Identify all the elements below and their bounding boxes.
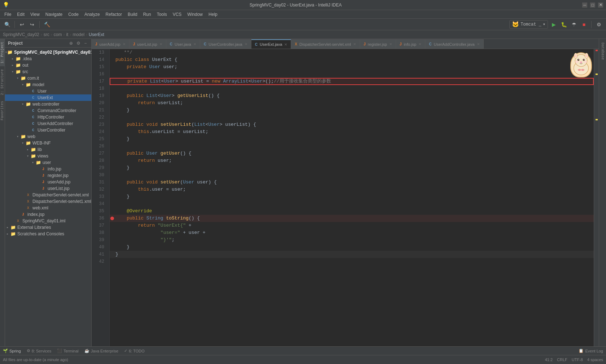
minimize-button[interactable]: ─	[582, 3, 587, 8]
code-line-22[interactable]	[110, 114, 594, 121]
code-line-15[interactable]: private User user;	[110, 63, 594, 71]
event-log-tab[interactable]: 📋 Event Log	[579, 349, 603, 353]
tab-close-button[interactable]: ✕	[284, 43, 287, 46]
tree-item-src[interactable]: ▾📁src	[5, 68, 91, 75]
menu-run[interactable]: Run	[140, 11, 154, 18]
code-line-33[interactable]: }	[110, 193, 594, 200]
code-line-31[interactable]: public void setUser(User user) {	[110, 179, 594, 186]
tree-item-views[interactable]: ▾📁views	[5, 153, 91, 159]
tree-item-user[interactable]: ▾📁user	[5, 159, 91, 166]
services-tab[interactable]: ⚙ 8: Services	[27, 349, 51, 353]
tree-item-external-libraries[interactable]: ▸📁External Libraries	[5, 224, 91, 231]
tree-item-commandcontroller[interactable]: CCommandController	[5, 107, 91, 114]
undo-button[interactable]: ↩	[18, 20, 26, 29]
tree-item-web[interactable]: ▾📁web	[5, 133, 91, 140]
menu-build[interactable]: Build	[125, 11, 140, 18]
tab-close-button[interactable]: ✕	[193, 42, 196, 46]
code-line-36[interactable]: public String toString() {	[110, 215, 594, 222]
sidebar-hide-button[interactable]: −	[83, 40, 88, 46]
menu-view[interactable]: View	[27, 11, 43, 18]
tree-item-user[interactable]: CUser	[5, 88, 91, 94]
spring-tab[interactable]: 🌱 Spring	[3, 349, 21, 353]
menu-tools[interactable]: Tools	[154, 11, 170, 18]
code-line-25[interactable]: }	[110, 136, 594, 143]
code-line-24[interactable]: this.userList = userList;	[110, 128, 594, 136]
tree-item-com-it[interactable]: ▾📁com.it	[5, 75, 91, 81]
project-panel-tab[interactable]: 1: Project	[0, 39, 5, 66]
tree-item-usercontroller[interactable]: CUserController	[5, 127, 91, 133]
tree-item-model[interactable]: ▾📁model	[5, 81, 91, 88]
code-line-39[interactable]: "}'";	[110, 236, 594, 244]
code-line-35[interactable]: @Override	[110, 208, 594, 215]
code-line-29[interactable]: }	[110, 164, 594, 172]
tree-item-useradd-jsp[interactable]: JuserAdd.jsp	[5, 179, 91, 185]
tree-item-info-jsp[interactable]: Jinfo.jsp	[5, 166, 91, 172]
enterprise-tab[interactable]: ☕ Java Enterprise	[84, 349, 118, 353]
code-line-14[interactable]: public class UserExt {	[110, 56, 594, 63]
build-button[interactable]: 🔨	[43, 20, 51, 29]
debug-button[interactable]: 🐛	[559, 20, 568, 29]
close-button[interactable]: ✕	[598, 3, 603, 8]
todo-tab[interactable]: ✓ 6: TODO	[124, 349, 145, 353]
maximize-button[interactable]: □	[590, 3, 595, 8]
code-line-26[interactable]	[110, 143, 594, 150]
menu-window[interactable]: Window	[184, 11, 206, 18]
code-line-27[interactable]: public User getUser() {	[110, 150, 594, 157]
tab-close-button[interactable]: ✕	[353, 42, 356, 46]
tab-close-button[interactable]: ✕	[245, 42, 247, 46]
breadcrumb-model[interactable]: model	[73, 32, 84, 37]
tree-item-scratches-and-consoles[interactable]: ▸📁Scratches and Consoles	[5, 231, 91, 237]
code-line-38[interactable]: "user=" + user +	[110, 229, 594, 236]
editor-tab-userext-java[interactable]: CUserExt.java✕	[251, 39, 291, 49]
code-line-34[interactable]	[110, 200, 594, 208]
tab-close-button[interactable]: ✕	[159, 42, 162, 46]
menu-navigate[interactable]: Navigate	[43, 11, 65, 18]
code-line-19[interactable]: public List<User> getUserList() {	[110, 92, 594, 99]
tree-item-dispatcherservlet-servlet1-xml[interactable]: XDispatcherServlet-servlet1.xml	[5, 198, 91, 205]
tree-item-dispatcherservlet-servlet-xml[interactable]: XDispatcherServlet-servlet.xml	[5, 192, 91, 198]
structure-panel-tab[interactable]: 2: Structure	[0, 66, 5, 98]
favorites-panel-tab[interactable]: Favorites	[0, 98, 5, 123]
editor-tab-useraddcontroller-java[interactable]: CUserAddController.java✕	[425, 39, 483, 49]
tree-item-useraddcontroller[interactable]: CUserAddController	[5, 120, 91, 127]
menu-analyze[interactable]: Analyze	[82, 11, 103, 18]
tab-close-button[interactable]: ✕	[418, 42, 421, 46]
editor-tab-register-jsp[interactable]: Jregister.jsp✕	[360, 39, 396, 49]
editor-tab-useradd-jsp[interactable]: JuserAdd.jsp✕	[92, 39, 129, 49]
code-line-32[interactable]: this.user = user;	[110, 186, 594, 193]
terminal-tab[interactable]: ⬛ Terminal	[57, 349, 79, 353]
tab-close-button[interactable]: ✕	[389, 42, 392, 46]
tree-item-userlist-jsp[interactable]: JuserList.jsp	[5, 185, 91, 192]
sidebar-sync-button[interactable]: ⊕	[68, 40, 74, 46]
tree-item-index-jsp[interactable]: Jindex.jsp	[5, 211, 91, 218]
code-line-28[interactable]: return user;	[110, 157, 594, 164]
code-line-17[interactable]: private List<User> userList = new ArrayL…	[110, 78, 594, 85]
code-line-20[interactable]: return userList;	[110, 99, 594, 107]
coverage-button[interactable]: ☂	[570, 20, 578, 29]
code-line-42[interactable]	[110, 258, 594, 265]
code-line-21[interactable]: }	[110, 107, 594, 114]
sidebar-gear-button[interactable]: ⚙	[75, 40, 81, 46]
menu-vcs[interactable]: VCS	[170, 11, 185, 18]
code-line-30[interactable]	[110, 172, 594, 179]
code-line-16[interactable]	[110, 71, 594, 78]
code-line-13[interactable]: **/	[110, 49, 594, 56]
settings-button[interactable]: ⚙	[594, 20, 603, 29]
breadcrumb-it[interactable]: it	[66, 32, 68, 37]
code-line-18[interactable]	[110, 85, 594, 92]
breadcrumb-com[interactable]: com	[54, 32, 62, 37]
editor-tab-info-jsp[interactable]: Jinfo.jsp✕	[396, 39, 425, 49]
code-line-37[interactable]: return "UserExt{" +	[110, 222, 594, 229]
run-config-dropdown[interactable]: 🐱 Tomcat _ ▾	[509, 20, 548, 29]
run-button[interactable]: ▶	[549, 20, 558, 29]
tree-item-springmvc-day02--springmvc-day01-[interactable]: ▾📁SpringMVC_day02 [SpringMVC_day01]	[5, 49, 91, 56]
tree-item-web-controller[interactable]: ▾📁web.controller	[5, 101, 91, 107]
breadcrumb-project[interactable]: SpringMVC_day02	[3, 32, 39, 37]
tab-close-button[interactable]: ✕	[477, 42, 480, 46]
tree-item-lib[interactable]: ▸📁lib	[5, 146, 91, 153]
editor-tab-user-java[interactable]: CUser.java✕	[166, 39, 200, 49]
tree-item-register-jsp[interactable]: Jregister.jsp	[5, 172, 91, 179]
breadcrumb-userext[interactable]: UserExt	[89, 32, 104, 37]
menu-refactor[interactable]: Refactor	[103, 11, 125, 18]
editor-tab-userlist-jsp[interactable]: JuserList.jsp✕	[129, 39, 166, 49]
